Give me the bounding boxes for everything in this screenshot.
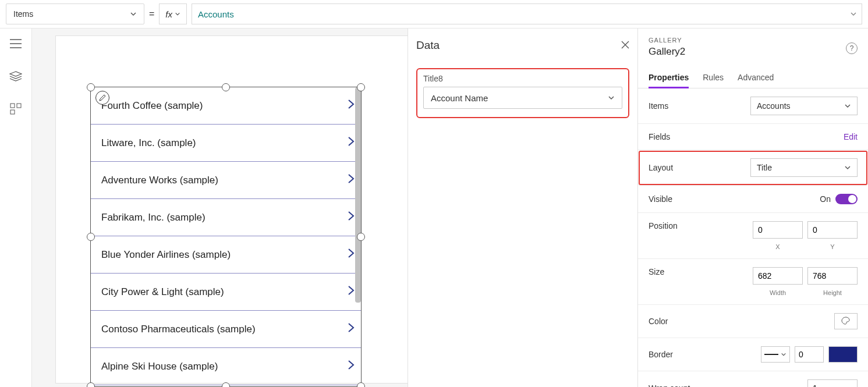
chevron-right-icon[interactable] bbox=[347, 359, 355, 374]
chevron-down-icon bbox=[175, 11, 180, 17]
chevron-right-icon[interactable] bbox=[347, 173, 355, 187]
position-y-input[interactable] bbox=[807, 221, 858, 239]
data-pane-title: Data bbox=[416, 39, 440, 52]
prop-label: Items bbox=[649, 101, 668, 111]
edit-template-button[interactable] bbox=[95, 91, 109, 105]
gallery-item-label: Alpine Ski House (sample) bbox=[101, 361, 218, 372]
gallery-item[interactable]: Litware, Inc. (sample) bbox=[91, 125, 361, 162]
layout-select[interactable]: Title bbox=[750, 158, 858, 177]
fx-button[interactable]: fx bbox=[159, 3, 187, 24]
size-height-input[interactable] bbox=[807, 267, 858, 285]
components-icon[interactable] bbox=[8, 101, 24, 117]
chevron-right-icon[interactable] bbox=[347, 98, 355, 113]
color-swatch-button[interactable] bbox=[834, 313, 858, 329]
size-height-label: Height bbox=[807, 289, 858, 296]
tab-properties[interactable]: Properties bbox=[649, 68, 689, 88]
visible-toggle[interactable]: On bbox=[820, 194, 858, 204]
gallery-item[interactable]: Fabrikam, Inc. (sample) bbox=[91, 199, 361, 236]
border-color-swatch[interactable] bbox=[828, 346, 858, 363]
chevron-right-icon[interactable] bbox=[347, 285, 355, 299]
equals-sign: = bbox=[149, 9, 154, 19]
property-pane: GALLERY Gallery2 ? Properties Rules Adva… bbox=[637, 29, 868, 387]
fields-edit-link[interactable]: Edit bbox=[844, 132, 858, 141]
prop-label: Position bbox=[649, 221, 678, 230]
prop-pane-header: GALLERY Gallery2 ? bbox=[638, 29, 868, 58]
items-select[interactable]: Accounts bbox=[750, 97, 858, 115]
resize-handle[interactable] bbox=[222, 382, 230, 387]
resize-handle[interactable] bbox=[87, 83, 95, 91]
close-icon[interactable] bbox=[621, 40, 629, 52]
chevron-right-icon[interactable] bbox=[347, 322, 355, 336]
help-icon[interactable]: ? bbox=[846, 42, 858, 54]
canvas[interactable]: Fourth Coffee (sample)Litware, Inc. (sam… bbox=[32, 29, 408, 387]
control-name: Gallery2 bbox=[649, 46, 858, 58]
prop-layout: Layout Title bbox=[638, 150, 868, 186]
chevron-down-icon bbox=[844, 102, 851, 109]
gallery-item[interactable]: Contoso Pharmaceuticals (sample) bbox=[91, 311, 361, 348]
chevron-down-icon[interactable] bbox=[850, 10, 857, 17]
prop-size: Size Width Height bbox=[638, 259, 868, 305]
svg-rect-0 bbox=[10, 104, 15, 108]
tab-rules[interactable]: Rules bbox=[703, 68, 724, 88]
property-selector[interactable]: Items bbox=[6, 3, 144, 24]
gallery-item[interactable]: Adventure Works (sample) bbox=[91, 162, 361, 199]
chevron-down-icon bbox=[608, 94, 615, 101]
gallery-item-label: Litware, Inc. (sample) bbox=[101, 137, 196, 149]
prop-visible: Visible On bbox=[638, 186, 868, 213]
position-x-input[interactable] bbox=[753, 221, 803, 239]
property-selector-label: Items bbox=[13, 9, 33, 19]
visible-value: On bbox=[820, 194, 831, 204]
prop-position: Position X Y bbox=[638, 213, 868, 259]
prop-label: Size bbox=[649, 267, 664, 276]
chevron-right-icon[interactable] bbox=[347, 210, 355, 225]
border-width-input[interactable] bbox=[795, 346, 824, 363]
prop-list: Items Accounts Fields Edit Layout Title … bbox=[638, 88, 868, 387]
layers-icon[interactable] bbox=[8, 68, 24, 84]
size-width-label: Width bbox=[753, 289, 803, 296]
position-y-label: Y bbox=[807, 243, 858, 250]
gallery-item[interactable]: Fourth Coffee (sample) bbox=[91, 87, 361, 125]
chevron-right-icon[interactable] bbox=[347, 136, 355, 150]
hamburger-icon[interactable] bbox=[8, 35, 24, 52]
resize-handle[interactable] bbox=[357, 233, 365, 241]
prop-tabs: Properties Rules Advanced bbox=[638, 68, 868, 88]
prop-border: Border bbox=[638, 338, 868, 371]
gallery-item[interactable]: City Power & Light (sample) bbox=[91, 274, 361, 311]
size-width-input[interactable] bbox=[753, 267, 803, 285]
border-style-select[interactable] bbox=[761, 346, 790, 363]
tab-advanced[interactable]: Advanced bbox=[738, 68, 774, 88]
gallery-control[interactable]: Fourth Coffee (sample)Litware, Inc. (sam… bbox=[90, 87, 362, 387]
chevron-down-icon bbox=[130, 10, 137, 17]
prop-label: Visible bbox=[649, 194, 672, 204]
field-select-value: Account Name bbox=[431, 93, 488, 103]
formula-input[interactable]: Accounts bbox=[192, 3, 862, 24]
prop-label: Color bbox=[649, 317, 668, 326]
gallery-item[interactable]: Alpine Ski House (sample) bbox=[91, 348, 361, 385]
wrap-count-input[interactable] bbox=[807, 379, 858, 387]
field-group-highlight: Title8 Account Name bbox=[416, 68, 629, 118]
gallery-item-label: Fourth Coffee (sample) bbox=[101, 100, 203, 112]
gallery-scrollbar[interactable] bbox=[355, 87, 361, 303]
resize-handle[interactable] bbox=[222, 83, 230, 91]
left-rail bbox=[0, 29, 32, 387]
items-value: Accounts bbox=[757, 101, 791, 111]
field-select[interactable]: Account Name bbox=[423, 87, 622, 109]
svg-rect-1 bbox=[17, 104, 21, 108]
resize-handle[interactable] bbox=[87, 233, 95, 241]
prop-items: Items Accounts bbox=[638, 88, 868, 124]
prop-label: Fields bbox=[649, 132, 670, 141]
border-line-preview bbox=[764, 354, 778, 355]
gallery-item[interactable]: Blue Yonder Airlines (sample) bbox=[91, 236, 361, 274]
gallery-item-label: Contoso Pharmaceuticals (sample) bbox=[101, 324, 256, 335]
resize-handle[interactable] bbox=[357, 83, 365, 91]
prop-wrap-count: Wrap count bbox=[638, 371, 868, 387]
layout-value: Title bbox=[757, 163, 772, 172]
prop-label: Wrap count bbox=[649, 384, 690, 387]
resize-handle[interactable] bbox=[87, 382, 95, 387]
prop-color: Color bbox=[638, 305, 868, 338]
resize-handle[interactable] bbox=[357, 382, 365, 387]
main-area: Fourth Coffee (sample)Litware, Inc. (sam… bbox=[0, 29, 868, 387]
chevron-down-icon bbox=[844, 164, 851, 171]
gallery-item-label: City Power & Light (sample) bbox=[101, 286, 224, 298]
chevron-right-icon[interactable] bbox=[347, 247, 355, 262]
